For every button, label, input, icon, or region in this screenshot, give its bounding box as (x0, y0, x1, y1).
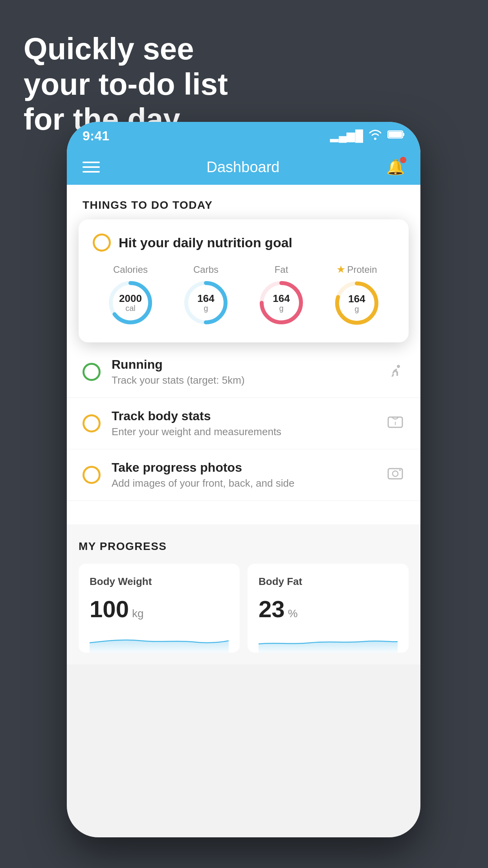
progress-photos-title: Take progress photos (112, 460, 375, 475)
track-body-title: Track body stats (112, 409, 375, 423)
body-weight-unit: kg (132, 607, 144, 620)
nutrition-radio-button[interactable] (93, 234, 111, 252)
body-weight-wave (90, 629, 229, 653)
nutrition-protein: ★ Protein 164 g (333, 263, 380, 327)
hero-text: Quickly see your to-do list for the day. (24, 31, 228, 137)
battery-icon (387, 129, 405, 142)
carbs-label: Carbs (193, 264, 218, 275)
nutrition-carbs: Carbs 164 g (182, 264, 229, 326)
nutrition-fat: Fat 164 g (258, 264, 305, 326)
nav-bar: Dashboard 🔔 (67, 149, 420, 185)
photo-icon (386, 465, 405, 485)
status-bar: 9:41 ▂▄▆█ (67, 122, 420, 149)
track-body-checkbox[interactable] (83, 414, 101, 432)
protein-ring: 164 g (333, 280, 380, 327)
running-icon (386, 362, 405, 382)
svg-rect-2 (389, 132, 402, 137)
protein-value: 164 (348, 293, 365, 305)
carbs-ring: 164 g (182, 279, 229, 326)
carbs-unit: g (197, 304, 214, 313)
content-area: THINGS TO DO TODAY Hit your daily nutrit… (67, 185, 420, 664)
todo-list: Running Track your stats (target: 5km) T… (67, 342, 420, 505)
status-time: 9:41 (83, 128, 109, 143)
scale-icon (386, 414, 405, 433)
body-weight-card[interactable]: Body Weight 100 kg (79, 564, 240, 653)
nutrition-calories: Calories 2000 cal (107, 264, 154, 326)
running-text: Running Track your stats (target: 5km) (112, 357, 375, 386)
body-weight-number: 100 (90, 596, 129, 623)
fat-value: 164 (273, 292, 290, 304)
calories-label: Calories (113, 264, 148, 275)
calories-ring: 2000 cal (107, 279, 154, 326)
protein-star-icon: ★ (336, 263, 345, 276)
running-subtitle: Track your stats (target: 5km) (112, 374, 375, 386)
nav-title: Dashboard (207, 159, 280, 176)
nutrition-card: Hit your daily nutrition goal Calories 2… (79, 219, 409, 342)
wifi-icon (369, 129, 382, 143)
body-fat-label: Body Fat (259, 576, 398, 588)
todo-item-track-body[interactable]: Track body stats Enter your weight and m… (67, 398, 420, 449)
running-checkbox[interactable] (83, 363, 101, 381)
todo-item-running[interactable]: Running Track your stats (target: 5km) (67, 346, 420, 398)
fat-label: Fat (275, 264, 288, 275)
body-weight-label: Body Weight (90, 576, 229, 588)
fat-ring: 164 g (258, 279, 305, 326)
svg-rect-1 (403, 133, 404, 136)
track-body-subtitle: Enter your weight and measurements (112, 426, 375, 438)
progress-photos-subtitle: Add images of your front, back, and side (112, 477, 375, 489)
body-fat-card[interactable]: Body Fat 23 % (248, 564, 409, 653)
spacer (67, 505, 420, 524)
carbs-value: 164 (197, 292, 214, 304)
nutrition-card-title-text: Hit your daily nutrition goal (119, 235, 292, 250)
protein-unit: g (348, 304, 365, 313)
progress-cards: Body Weight 100 kg (79, 564, 409, 653)
notification-bell-button[interactable]: 🔔 (386, 158, 405, 176)
my-progress-header: MY PROGRESS (79, 540, 409, 553)
progress-photos-text: Take progress photos Add images of your … (112, 460, 375, 489)
calories-value: 2000 (119, 292, 142, 304)
status-icons: ▂▄▆█ (330, 129, 405, 143)
progress-photos-checkbox[interactable] (83, 466, 101, 484)
phone-shell: 9:41 ▂▄▆█ Dashboard (67, 122, 420, 837)
todo-item-progress-photos[interactable]: Take progress photos Add images of your … (67, 449, 420, 501)
protein-label: ★ Protein (336, 263, 377, 276)
body-fat-number: 23 (259, 596, 285, 623)
nutrition-card-title: Hit your daily nutrition goal (93, 234, 394, 252)
nutrition-circles: Calories 2000 cal Carbs (93, 263, 394, 327)
svg-point-15 (399, 469, 401, 471)
body-fat-unit: % (288, 607, 298, 620)
body-weight-value-group: 100 kg (90, 596, 229, 623)
things-to-do-header: THINGS TO DO TODAY (67, 185, 420, 219)
fat-unit: g (273, 304, 290, 313)
svg-point-14 (393, 471, 398, 476)
body-fat-wave (259, 629, 398, 653)
notification-dot (400, 157, 406, 163)
body-fat-value-group: 23 % (259, 596, 398, 623)
signal-icon: ▂▄▆█ (330, 129, 363, 142)
hamburger-menu-icon[interactable] (83, 162, 100, 173)
progress-section: MY PROGRESS Body Weight 100 kg (67, 524, 420, 664)
calories-unit: cal (119, 304, 142, 313)
running-title: Running (112, 357, 375, 372)
track-body-text: Track body stats Enter your weight and m… (112, 409, 375, 438)
